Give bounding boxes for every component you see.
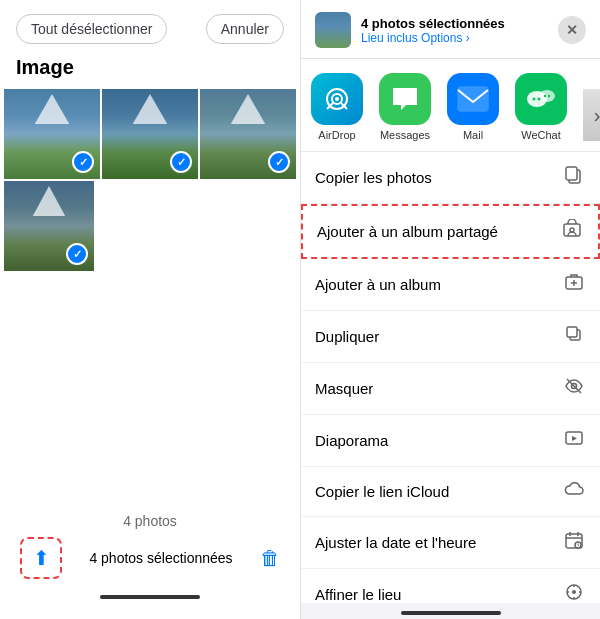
lieu-inclus-text: Lieu inclus <box>361 31 418 45</box>
menu-item-5[interactable]: Diaporama <box>301 415 600 467</box>
menu-item-0[interactable]: Copier les photos <box>301 152 600 204</box>
check-badge-4 <box>66 243 88 265</box>
photo-4[interactable] <box>4 181 94 271</box>
options-link[interactable]: Options › <box>421 31 470 45</box>
svg-point-8 <box>533 98 536 101</box>
menu-item-label-7: Ajuster la date et l'heure <box>315 534 476 551</box>
trash-icon[interactable]: 🗑 <box>260 547 280 570</box>
svg-rect-18 <box>567 327 577 337</box>
photo-grid <box>0 89 300 271</box>
share-sheet-header: 4 photos sélectionnées Lieu inclus Optio… <box>301 0 600 59</box>
mail-icon <box>447 73 499 125</box>
header-info: 4 photos sélectionnées Lieu inclus Optio… <box>361 16 548 45</box>
airdrop-label: AirDrop <box>318 129 355 141</box>
menu-item-8[interactable]: Affiner le lieu <box>301 569 600 603</box>
app-mail[interactable]: Mail <box>447 73 499 141</box>
menu-item-icon-4 <box>562 376 586 401</box>
menu-item-label-3: Dupliquer <box>315 328 379 345</box>
section-title: Image <box>0 52 300 89</box>
bottom-bar: ⬆ 4 photos sélectionnées 🗑 <box>16 537 284 579</box>
photo-row-top <box>4 89 296 179</box>
share-icon: ⬆ <box>33 546 50 570</box>
menu-item-label-0: Copier les photos <box>315 169 432 186</box>
menu-item-6[interactable]: Copier le lien iCloud <box>301 467 600 517</box>
svg-point-2 <box>335 97 339 101</box>
messages-icon <box>379 73 431 125</box>
more-apps-icon: › <box>583 89 600 141</box>
app-messages[interactable]: Messages <box>379 73 431 141</box>
check-badge-1 <box>72 151 94 173</box>
photo-row-bottom <box>4 181 296 271</box>
photo-3[interactable] <box>200 89 296 179</box>
svg-point-9 <box>538 98 541 101</box>
menu-list: Copier les photosAjouter à un album part… <box>301 152 600 603</box>
close-button[interactable]: ✕ <box>558 16 586 44</box>
menu-item-2[interactable]: Ajouter à un album <box>301 259 600 311</box>
right-panel: 4 photos sélectionnées Lieu inclus Optio… <box>300 0 600 619</box>
menu-item-icon-8 <box>562 582 586 603</box>
svg-rect-13 <box>566 167 577 180</box>
menu-item-3[interactable]: Dupliquer <box>301 311 600 363</box>
share-button[interactable]: ⬆ <box>20 537 62 579</box>
menu-item-icon-0 <box>562 165 586 190</box>
menu-item-4[interactable]: Masquer <box>301 363 600 415</box>
menu-item-7[interactable]: Ajuster la date et l'heure <box>301 517 600 569</box>
photos-count: 4 photos <box>123 513 177 529</box>
menu-item-icon-6 <box>562 480 586 503</box>
left-bottom: 4 photos ⬆ 4 photos sélectionnées 🗑 <box>0 501 300 619</box>
app-airdrop[interactable]: AirDrop <box>311 73 363 141</box>
menu-item-icon-2 <box>562 272 586 297</box>
svg-point-7 <box>539 90 555 102</box>
airdrop-icon <box>311 73 363 125</box>
messages-label: Messages <box>380 129 430 141</box>
menu-item-icon-3 <box>562 324 586 349</box>
menu-item-label-8: Affiner le lieu <box>315 586 401 603</box>
menu-item-label-1: Ajouter à un album partagé <box>317 223 498 240</box>
mail-label: Mail <box>463 129 483 141</box>
svg-point-27 <box>572 590 576 594</box>
svg-point-10 <box>544 95 546 97</box>
photo-2[interactable] <box>102 89 198 179</box>
check-badge-3 <box>268 151 290 173</box>
left-header: Tout désélectionner Annuler <box>0 0 300 52</box>
deselect-all-button[interactable]: Tout désélectionner <box>16 14 167 44</box>
app-more[interactable]: › <box>583 73 600 141</box>
left-panel: Tout désélectionner Annuler Image <box>0 0 300 619</box>
app-row: AirDrop Messages Mail <box>301 59 600 152</box>
menu-item-label-2: Ajouter à un album <box>315 276 441 293</box>
svg-rect-5 <box>458 87 488 111</box>
menu-item-icon-1 <box>560 219 584 244</box>
check-badge-2 <box>170 151 192 173</box>
selected-count-text: 4 photos sélectionnées <box>89 550 232 566</box>
svg-point-11 <box>548 95 550 97</box>
cancel-button[interactable]: Annuler <box>206 14 284 44</box>
home-indicator-left <box>100 595 200 599</box>
home-indicator-right <box>401 611 501 615</box>
menu-item-label-5: Diaporama <box>315 432 388 449</box>
header-thumbnail <box>315 12 351 48</box>
share-header-subtitle: Lieu inclus Options › <box>361 31 548 45</box>
menu-item-1[interactable]: Ajouter à un album partagé <box>301 204 600 259</box>
menu-item-icon-7 <box>562 530 586 555</box>
wechat-icon <box>515 73 567 125</box>
wechat-label: WeChat <box>521 129 561 141</box>
app-wechat[interactable]: WeChat <box>515 73 567 141</box>
menu-item-label-4: Masquer <box>315 380 373 397</box>
share-header-title: 4 photos sélectionnées <box>361 16 548 31</box>
menu-item-icon-5 <box>562 428 586 453</box>
photo-1[interactable] <box>4 89 100 179</box>
menu-item-label-6: Copier le lien iCloud <box>315 483 449 500</box>
svg-rect-14 <box>564 224 580 236</box>
